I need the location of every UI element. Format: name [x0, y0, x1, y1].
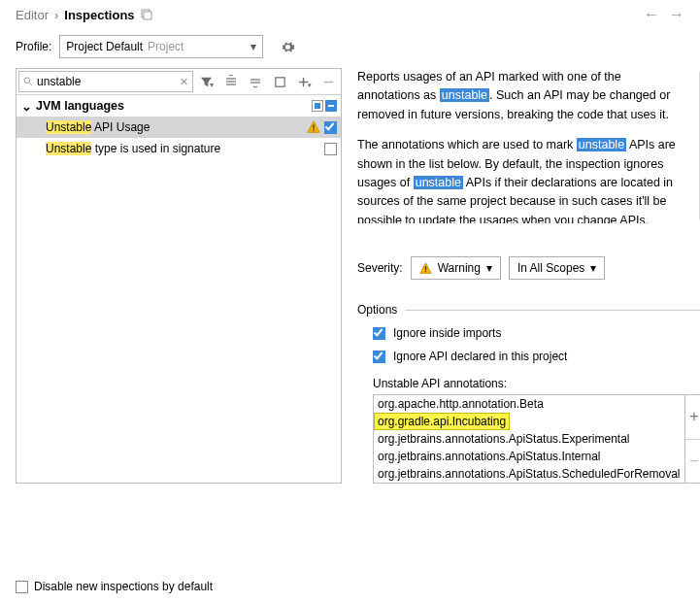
svg-rect-9	[275, 77, 283, 85]
profile-scope: Project	[148, 40, 183, 53]
mixed-state-icon	[312, 100, 323, 112]
annotation-item[interactable]: org.apache.http.annotation.Beta	[374, 395, 684, 413]
inspections-tree-panel: ✕ ▾ ▾ ⌄ JVM languages Unstable API Usage	[16, 68, 342, 484]
annotation-item-highlighted[interactable]: org.gradle.api.Incubating	[374, 413, 510, 430]
select-all-button[interactable]	[269, 71, 290, 92]
annotation-item[interactable]: org.jetbrains.annotations.ApiStatus.Sche…	[374, 465, 684, 483]
highlight-tag: unstable	[440, 88, 489, 102]
severity-dropdown[interactable]: Warning ▾	[411, 256, 501, 280]
warning-icon	[307, 120, 320, 134]
tree-item-unstable-type-signature[interactable]: Unstable type is used in signature	[17, 138, 341, 159]
svg-point-2	[24, 78, 30, 84]
ignore-project-api-label: Ignore API declared in this project	[393, 350, 567, 363]
forward-arrow-icon[interactable]: →	[669, 6, 684, 23]
profile-label: Profile:	[16, 40, 51, 53]
collapse-all-button[interactable]	[245, 71, 266, 92]
clear-search-icon[interactable]: ✕	[180, 76, 188, 88]
annotations-list[interactable]: org.apache.http.annotation.Beta org.grad…	[374, 395, 684, 483]
search-icon	[23, 76, 33, 87]
item-label: Unstable API Usage	[46, 120, 150, 134]
scope-dropdown[interactable]: In All Scopes ▾	[509, 256, 605, 280]
add-button[interactable]: ▾	[293, 71, 315, 92]
options-title: Options	[357, 303, 397, 317]
remove-annotation-button[interactable]: −	[685, 440, 700, 484]
inspection-details-panel: Reports usages of an API marked with one…	[350, 68, 700, 484]
svg-rect-14	[313, 130, 314, 131]
svg-rect-1	[144, 12, 151, 19]
description-text: Reports usages of an API marked with one…	[357, 68, 700, 223]
profile-name: Project Default	[66, 40, 143, 53]
chevron-right-icon: ›	[54, 8, 58, 22]
severity-label: Severity:	[357, 261, 403, 275]
expand-caret-icon: ⌄	[20, 99, 32, 114]
severity-value: Warning	[438, 261, 481, 275]
expand-all-button[interactable]	[220, 71, 242, 92]
chevron-down-icon: ▾	[250, 40, 256, 53]
highlight-tag: unstable	[577, 138, 626, 151]
chevron-down-icon: ▾	[590, 261, 596, 275]
annotation-item[interactable]: org.jetbrains.annotations.ApiStatus.Inte…	[374, 448, 684, 465]
chevron-down-icon: ▾	[486, 261, 492, 275]
search-input-container[interactable]: ✕	[18, 71, 193, 92]
add-annotation-button[interactable]: +	[685, 395, 700, 440]
settings-button[interactable]	[277, 36, 298, 57]
ignore-imports-checkbox[interactable]	[373, 327, 385, 340]
profile-combobox[interactable]: Project Default Project ▾	[59, 35, 263, 58]
remove-button[interactable]	[317, 71, 339, 92]
svg-rect-15	[425, 266, 426, 270]
tree-item-unstable-api-usage[interactable]: Unstable API Usage	[17, 117, 341, 138]
group-enabled-icon	[325, 100, 337, 112]
disable-new-inspections-checkbox[interactable]	[16, 581, 28, 593]
back-arrow-icon[interactable]: ←	[644, 6, 659, 23]
disable-new-inspections-label: Disable new inspections by default	[34, 580, 213, 593]
ignore-imports-label: Ignore inside imports	[393, 326, 501, 340]
gear-icon	[281, 40, 295, 54]
tree-toolbar: ✕ ▾ ▾	[17, 69, 341, 95]
breadcrumb: Editor › Inspections	[16, 8, 152, 22]
open-in-window-icon[interactable]	[141, 9, 152, 20]
filter-button[interactable]: ▾	[196, 71, 217, 92]
highlight-tag: unstable	[414, 176, 463, 189]
annotation-item[interactable]: org.jetbrains.annotations.ApiStatus.Expe…	[374, 430, 684, 448]
item-checkbox[interactable]	[324, 143, 337, 155]
svg-rect-13	[313, 124, 314, 128]
tree-group-jvm[interactable]: ⌄ JVM languages	[17, 95, 341, 117]
svg-line-3	[29, 83, 32, 85]
warning-icon	[419, 262, 432, 275]
separator	[405, 310, 700, 311]
item-checkbox[interactable]	[324, 121, 337, 134]
inspections-tree[interactable]: ⌄ JVM languages Unstable API Usage Unsta…	[17, 95, 341, 483]
breadcrumb-parent[interactable]: Editor	[16, 8, 49, 22]
breadcrumb-current: Inspections	[64, 8, 134, 22]
item-label: Unstable type is used in signature	[46, 142, 220, 155]
group-label: JVM languages	[36, 99, 124, 113]
svg-rect-16	[425, 270, 426, 271]
search-input[interactable]	[37, 75, 176, 88]
scope-value: In All Scopes	[517, 261, 584, 275]
annotations-label: Unstable API annotations:	[357, 377, 700, 390]
ignore-project-api-checkbox[interactable]	[373, 351, 385, 363]
